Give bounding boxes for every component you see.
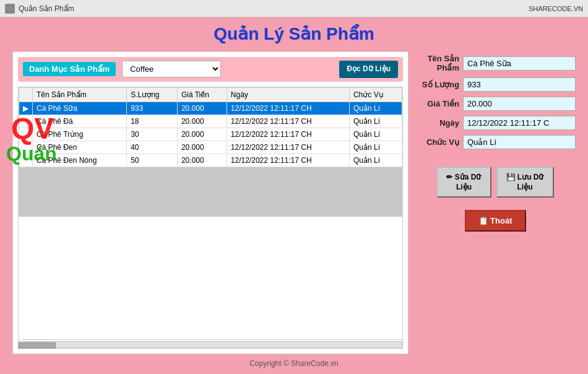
titlebar: Quản Sản Phẩm SHARECODE.VN	[0, 0, 588, 17]
table-row[interactable]: Cà Phê Đen 40 20.000 12/12/2022 12:11:17…	[19, 141, 402, 154]
luu-line2: Liệu	[517, 183, 533, 191]
titlebar-title: Quản Sản Phẩm	[19, 4, 74, 13]
table-header-row: Tên Sản Phẩm S.Lượng Giá Tiền Ngày Chức …	[19, 87, 402, 102]
col-ten: Tên Sản Phẩm	[33, 87, 127, 102]
row-sl: 933	[127, 102, 178, 115]
row-gia: 20.000	[177, 115, 227, 128]
field-ngay: Ngày	[415, 116, 576, 130]
input-ngay[interactable]	[463, 116, 576, 130]
row-ngay: 12/12/2022 12:11:17 CH	[227, 115, 349, 128]
doc-du-lieu-button[interactable]: Đọc Dữ Liệu	[339, 61, 398, 78]
input-sl[interactable]	[463, 77, 576, 92]
field-chuc-vu: Chức Vụ	[415, 135, 576, 149]
doc-line2: Liệu	[375, 64, 391, 73]
label-chucvu: Chức Vụ	[415, 137, 459, 147]
table-row[interactable]: ▶ Cà Phê Sữa 933 20.000 12/12/2022 12:11…	[19, 102, 402, 115]
danh-muc-label: Danh Mục Sản Phẩm	[23, 62, 116, 76]
col-arrow	[19, 87, 33, 102]
label-ngay: Ngày	[415, 118, 459, 128]
row-sl: 40	[127, 141, 178, 154]
watermark-quan: Quán	[6, 142, 57, 165]
row-chucvu: Quản Lí	[349, 115, 402, 128]
row-chucvu: Quản Lí	[349, 141, 402, 154]
label-gia: Giá Tiền	[415, 99, 459, 108]
watermark-qv: QV	[11, 111, 54, 146]
thoat-button[interactable]: 📋 Thoát	[465, 210, 526, 232]
luu-du-lieu-button[interactable]: 💾 Lưu Dữ Liệu	[496, 167, 554, 198]
row-ngay: 12/12/2022 12:11:17 CH	[227, 128, 349, 141]
field-ten-san-pham: Tên Sản Phẩm	[415, 54, 576, 72]
logo-text: SHARECODE.VN	[529, 5, 583, 12]
sua-line2: Liệu	[456, 183, 472, 191]
row-ngay: 12/12/2022 12:11:17 CH	[227, 102, 349, 115]
table-row[interactable]: Cà Phê Trứng 30 20.000 12/12/2022 12:11:…	[19, 128, 402, 141]
sua-line1: ✏ Sửa Dữ	[446, 173, 481, 181]
row-sl: 30	[127, 128, 178, 141]
col-sl: S.Lượng	[127, 87, 178, 102]
titlebar-left: Quản Sản Phẩm	[5, 4, 74, 14]
body-area: Danh Mục Sản Phẩm Coffee Đọc Dữ Liệu Tên…	[12, 51, 576, 354]
category-dropdown[interactable]: Coffee	[122, 61, 221, 77]
left-panel: Danh Mục Sản Phẩm Coffee Đọc Dữ Liệu Tên…	[12, 51, 409, 354]
data-table: Tên Sản Phẩm S.Lượng Giá Tiền Ngày Chức …	[19, 87, 402, 167]
page-title: Quản Lý Sản Phẩm	[12, 24, 576, 44]
field-so-luong: Số Lượng	[415, 77, 576, 92]
luu-line1: 💾 Lưu Dữ	[506, 173, 544, 181]
row-gia: 20.000	[177, 128, 227, 141]
col-ngay: Ngày	[227, 87, 349, 102]
app-icon	[5, 4, 15, 14]
sua-du-lieu-button[interactable]: ✏ Sửa Dữ Liệu	[436, 167, 491, 198]
row-ngay: 12/12/2022 12:11:17 CH	[227, 141, 349, 154]
right-panel: Tên Sản Phẩm Số Lượng Giá Tiền Ngày Chức…	[415, 51, 576, 354]
main-content: Quản Lý Sản Phẩm QV Quán Danh Mục Sản Ph…	[0, 17, 588, 374]
row-chucvu: Quản Lí	[349, 154, 402, 167]
table-row[interactable]: Cà Phê Đá 18 20.000 12/12/2022 12:11:17 …	[19, 115, 402, 128]
col-gia: Giá Tiền	[177, 87, 227, 102]
doc-line1: Đọc Dữ	[347, 64, 373, 73]
footer: Copyright © ShareCode.vn	[12, 359, 576, 368]
sharecode-logo: SHARECODE.VN	[529, 5, 583, 12]
data-table-container[interactable]: Tên Sản Phẩm S.Lượng Giá Tiền Ngày Chức …	[18, 87, 403, 340]
table-row[interactable]: Cà Phê Đen Nóng 50 20.000 12/12/2022 12:…	[19, 154, 402, 167]
empty-area	[19, 167, 402, 217]
field-gia-tien: Giá Tiền	[415, 97, 576, 111]
row-gia: 20.000	[177, 154, 227, 167]
row-sl: 18	[127, 115, 178, 128]
row-sl: 50	[127, 154, 178, 167]
input-ten[interactable]	[463, 56, 576, 71]
input-chucvu[interactable]	[463, 135, 576, 149]
row-gia: 20.000	[177, 141, 227, 154]
col-chucvu: Chức Vụ	[349, 87, 402, 102]
label-sl: Số Lượng	[415, 80, 459, 89]
label-ten: Tên Sản Phẩm	[415, 54, 459, 72]
row-gia: 20.000	[177, 102, 227, 115]
row-ngay: 12/12/2022 12:11:17 CH	[227, 154, 349, 167]
row-chucvu: Quản Lí	[349, 102, 402, 115]
footer-text: Copyright © ShareCode.vn	[249, 359, 339, 368]
row-chucvu: Quản Lí	[349, 128, 402, 141]
action-buttons-row: ✏ Sửa Dữ Liệu 💾 Lưu Dữ Liệu	[415, 167, 576, 198]
scrollbar-thumb[interactable]	[19, 342, 56, 349]
input-gia[interactable]	[463, 97, 576, 111]
toolbar-row: Danh Mục Sản Phẩm Coffee Đọc Dữ Liệu	[18, 57, 403, 82]
horizontal-scrollbar[interactable]	[18, 341, 403, 349]
